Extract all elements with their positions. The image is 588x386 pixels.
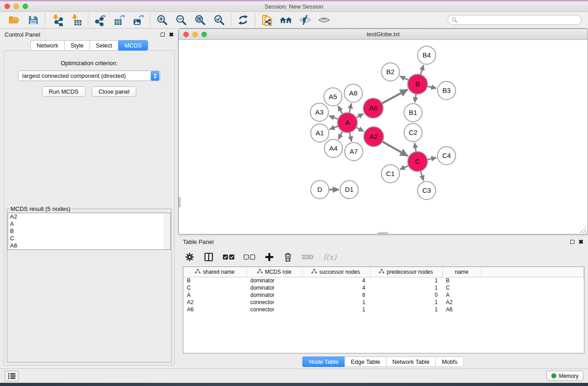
- tab-edge-table[interactable]: Edge Table: [344, 357, 386, 367]
- graph-edge-A-A6[interactable]: [356, 114, 363, 118]
- cell-shared-name[interactable]: B: [183, 277, 247, 284]
- graph-node-A3[interactable]: A3: [311, 103, 329, 121]
- cell-successor-nodes[interactable]: 4: [302, 277, 370, 284]
- cell-MCDS-role[interactable]: connector: [247, 299, 302, 306]
- zoom-out-button[interactable]: [172, 13, 191, 27]
- scrollbar[interactable]: [164, 213, 170, 249]
- graph-edge-A6-B[interactable]: [382, 90, 408, 104]
- graph-node-D[interactable]: D: [311, 181, 329, 199]
- graph-node-A[interactable]: A: [338, 113, 358, 133]
- graph-node-C3[interactable]: C3: [418, 181, 436, 200]
- graph-edge-B-B1[interactable]: [415, 94, 416, 103]
- graph-edge-A-A7[interactable]: [349, 132, 351, 141]
- memory-button[interactable]: Memory: [546, 371, 583, 381]
- export-image-button[interactable]: [129, 13, 148, 27]
- mcds-result-list[interactable]: A2ABCA6: [8, 213, 171, 250]
- resize-grip-icon[interactable]: [580, 227, 587, 233]
- graph-node-A8[interactable]: A8: [344, 84, 363, 102]
- mcds-result-item[interactable]: B: [8, 228, 170, 235]
- network-zoom-button[interactable]: [201, 32, 207, 37]
- graph-edge-B-B4[interactable]: [421, 65, 424, 75]
- column-settings-button[interactable]: [185, 250, 195, 264]
- graph-edge-A-A1[interactable]: [330, 126, 338, 129]
- delete-row-button[interactable]: [283, 250, 292, 264]
- zoom-fit-button[interactable]: [191, 13, 210, 27]
- cell-shared-name[interactable]: A6: [183, 306, 247, 313]
- hide-graphics-details-button[interactable]: [296, 13, 315, 27]
- graph-node-C4[interactable]: C4: [438, 147, 456, 165]
- export-table-button[interactable]: [110, 13, 129, 27]
- tab-mcds[interactable]: MCDS: [118, 40, 148, 51]
- cell-predecessor-nodes[interactable]: 1: [370, 299, 442, 306]
- cell-successor-nodes[interactable]: 1: [302, 299, 370, 306]
- graph-node-A2[interactable]: A2: [364, 127, 384, 147]
- node-table[interactable]: shared nameMCDS rolesuccessor nodesprede…: [183, 267, 584, 353]
- network-overview-button[interactable]: [277, 13, 296, 27]
- graph-edge-A-A5[interactable]: [338, 106, 343, 114]
- export-network-button[interactable]: [91, 13, 110, 27]
- column-header-MCDS-role[interactable]: MCDS role: [247, 267, 302, 277]
- cell-MCDS-role[interactable]: connector: [247, 306, 302, 313]
- canvas-splitter-handle[interactable]: [179, 197, 181, 207]
- add-row-button[interactable]: [264, 250, 274, 264]
- search-field[interactable]: [448, 15, 582, 25]
- cell-shared-name[interactable]: C: [183, 284, 247, 291]
- graph-edge-C-C4[interactable]: [427, 158, 436, 160]
- table-row[interactable]: Cdominator41C: [183, 284, 584, 291]
- graph-edge-C-C3[interactable]: [421, 171, 424, 181]
- run-mcds-button[interactable]: Run MCDS: [42, 86, 86, 97]
- tab-select[interactable]: Select: [90, 40, 118, 51]
- graph-node-B4[interactable]: B4: [418, 46, 436, 64]
- float-panel-icon[interactable]: [161, 33, 165, 37]
- close-panel-icon[interactable]: ✖: [169, 32, 174, 38]
- graph-node-C2[interactable]: C2: [404, 124, 422, 142]
- optimization-criterion-select[interactable]: largest connected component (directed): [18, 71, 160, 81]
- graph-edge-A2-C[interactable]: [382, 142, 408, 156]
- mcds-result-item[interactable]: C: [8, 235, 170, 242]
- import-table-button[interactable]: [67, 13, 86, 27]
- graph-edge-A-A4[interactable]: [338, 131, 343, 139]
- network-graph[interactable]: B4B2BB3A5A8A6A3B1AA1C2A2A4A7CC4C1C3DD1: [179, 40, 588, 234]
- column-header-name[interactable]: name: [442, 267, 481, 277]
- float-panel-icon[interactable]: [570, 240, 574, 244]
- zoom-in-button[interactable]: [153, 13, 172, 27]
- mcds-result-item[interactable]: A: [8, 220, 170, 228]
- graph-node-A7[interactable]: A7: [345, 143, 363, 161]
- graph-node-D1[interactable]: D1: [340, 181, 359, 199]
- select-all-button[interactable]: [223, 250, 234, 264]
- cell-shared-name[interactable]: A: [183, 291, 247, 299]
- automation-panel-button[interactable]: [5, 371, 19, 381]
- graph-edge-A-A3[interactable]: [329, 116, 338, 119]
- column-header-successor-nodes[interactable]: successor nodes: [302, 267, 370, 277]
- tab-style[interactable]: Style: [64, 40, 90, 51]
- graph-edge-A-A2[interactable]: [356, 127, 364, 131]
- function-builder-button[interactable]: f(x): [323, 250, 336, 264]
- import-network-button[interactable]: [48, 13, 67, 27]
- graph-node-A5[interactable]: A5: [324, 88, 342, 106]
- tab-network[interactable]: Network: [30, 40, 64, 51]
- graph-node-B1[interactable]: B1: [404, 104, 422, 122]
- table-row[interactable]: A6connector11A6: [183, 306, 584, 313]
- graph-node-A6[interactable]: A6: [363, 98, 383, 118]
- column-header-predecessor-nodes[interactable]: predecessor nodes: [370, 267, 442, 277]
- graph-node-C1[interactable]: C1: [382, 165, 400, 183]
- table-row[interactable]: Bdominator41B: [183, 277, 584, 284]
- network-close-button[interactable]: [183, 32, 189, 37]
- graph-node-C[interactable]: C: [408, 152, 428, 172]
- refresh-network-view-button[interactable]: [234, 13, 253, 27]
- close-panel-button[interactable]: Close panel: [92, 86, 137, 97]
- graph-edge-C-C2[interactable]: [415, 143, 416, 152]
- cell-MCDS-role[interactable]: dominator: [247, 284, 302, 291]
- column-header-shared-name[interactable]: shared name: [183, 267, 247, 277]
- network-canvas[interactable]: B4B2BB3A5A8A6A3B1AA1C2A2A4A7CC4C1C3DD1: [179, 40, 588, 234]
- zoom-selected-button[interactable]: [210, 13, 229, 27]
- open-session-button[interactable]: [5, 13, 24, 27]
- table-row[interactable]: A2connector11A2: [183, 299, 584, 306]
- mcds-result-item[interactable]: A6: [8, 242, 170, 249]
- tab-network-table[interactable]: Network Table: [386, 357, 435, 367]
- cell-predecessor-nodes[interactable]: 0: [370, 291, 442, 299]
- cell-MCDS-role[interactable]: dominator: [247, 277, 302, 284]
- graph-node-A4[interactable]: A4: [325, 139, 343, 157]
- cell-MCDS-role[interactable]: dominator: [247, 291, 302, 299]
- delete-column-button[interactable]: [301, 250, 314, 264]
